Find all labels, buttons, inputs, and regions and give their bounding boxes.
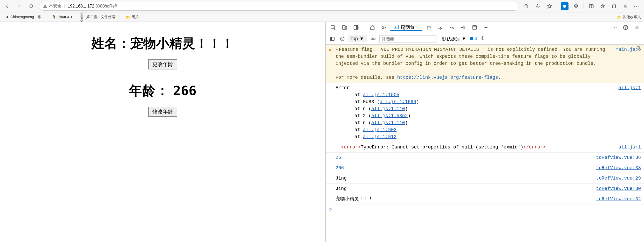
console-error[interactable]: <error>TypeError: Cannot set properties …: [326, 142, 644, 153]
issues-button[interactable]: 4: [469, 36, 477, 41]
penguin-icon: 🐧: [52, 15, 56, 19]
console-log[interactable]: JingtoRefView.vue:30: [326, 184, 644, 194]
stack-link[interactable]: all.js:1:903: [363, 127, 397, 132]
context-label: top: [351, 36, 358, 41]
dock-tab[interactable]: [351, 25, 361, 30]
application-tab[interactable]: [470, 25, 479, 30]
devtools-more-icon[interactable]: ···: [610, 24, 619, 31]
stack-link[interactable]: all.js:1:1505: [363, 92, 399, 97]
bookmark-item[interactable]: ᕒ Chimengmeng - 博...: [3, 14, 45, 20]
svg-point-13: [427, 26, 430, 29]
warning-text: ▸Feature flag __VUE_PROD_HYDRATION_MISMA…: [335, 46, 612, 81]
clear-console-icon[interactable]: [339, 35, 346, 42]
security-indicator[interactable]: 不安全: [43, 3, 61, 9]
source-link[interactable]: toRefView.vue:32: [592, 196, 641, 203]
toggle-sidebar-icon[interactable]: [329, 35, 336, 42]
stack-link[interactable]: all.js:1:110: [371, 106, 405, 111]
devtools-tabs: 控制台 ▲ ···: [326, 22, 644, 33]
console-error[interactable]: Error at all.js:1:1505 at 0d83 (all.js:1…: [326, 83, 644, 142]
console-settings-icon[interactable]: [480, 35, 485, 42]
source-link[interactable]: toRefView.vue:30: [592, 185, 641, 192]
sources-tab[interactable]: [424, 25, 434, 30]
stack-link[interactable]: all.js:1:5852: [371, 113, 408, 118]
performance-tab[interactable]: [447, 25, 457, 30]
app-icon[interactable]: [561, 2, 568, 10]
device-tab[interactable]: [340, 25, 350, 30]
source-link[interactable]: toRefView.vue:36: [592, 154, 641, 161]
svg-rect-0: [45, 5, 45, 7]
console-log[interactable]: 25toRefView.vue:36: [326, 153, 644, 163]
log-text: 266: [335, 165, 592, 172]
expand-icon[interactable]: ▸: [335, 47, 338, 52]
more-tabs[interactable]: [481, 25, 491, 30]
zoom-icon[interactable]: [523, 2, 530, 10]
divider: [0, 76, 325, 76]
stack-line: at all.js:1:903: [335, 126, 614, 133]
source-link[interactable]: all.js:1: [614, 84, 641, 140]
svg-point-14: [440, 29, 441, 29]
security-label: 不安全: [49, 3, 61, 9]
stack-line: at all.js:1:912: [335, 133, 614, 140]
console-log[interactable]: 266toRefView.vue:38: [326, 163, 644, 173]
split-icon[interactable]: [587, 2, 595, 10]
console-tab[interactable]: 控制台 ▲: [390, 24, 422, 31]
source-link[interactable]: all.js:1: [614, 144, 641, 151]
console-log[interactable]: JingtoRefView.vue:29: [326, 173, 644, 184]
reload-button[interactable]: [27, 2, 35, 10]
bookmark-item[interactable]: 🐧 ChatGPT: [50, 14, 74, 20]
network-tab[interactable]: [435, 25, 445, 30]
modify-age-button[interactable]: 修改年龄: [148, 107, 177, 117]
devtools-pane: 控制台 ▲ ··· top ▼: [326, 22, 644, 242]
forward-button[interactable]: [15, 2, 23, 10]
stack-link[interactable]: all.js:1:110: [371, 120, 405, 125]
warning-icon: [43, 4, 47, 9]
extensions-icon[interactable]: [572, 2, 580, 10]
inspect-tab[interactable]: [328, 25, 338, 30]
welcome-tab[interactable]: [367, 25, 377, 30]
error-text: Error at all.js:1:1505 at 0d83 (all.js:1…: [335, 84, 614, 140]
favorite-star-icon[interactable]: [545, 2, 553, 10]
toolbar-right: A» ···: [523, 2, 641, 10]
heart-icon[interactable]: [622, 2, 629, 10]
change-age-button[interactable]: 更改年龄: [148, 59, 177, 69]
close-devtools-icon[interactable]: [632, 25, 642, 30]
stack-link[interactable]: all.js:1:912: [363, 134, 397, 139]
warning-link[interactable]: https://link.vuejs.org/feature-flags: [397, 75, 498, 80]
page-content: 姓名：宠物小精灵！！！ 更改年龄 年龄：266 修改年龄: [0, 35, 325, 117]
read-aloud-icon[interactable]: A»: [534, 2, 542, 10]
source-link[interactable]: toRefView.vue:29: [592, 175, 641, 182]
memory-tab[interactable]: [458, 25, 468, 30]
back-button[interactable]: [3, 2, 11, 10]
context-selector[interactable]: top ▼: [348, 35, 367, 42]
elements-tab[interactable]: [379, 25, 389, 30]
collections-icon[interactable]: [610, 2, 618, 10]
name-heading: 姓名：宠物小精灵！！！: [0, 35, 325, 52]
address-bar[interactable]: 不安全 | 192.168.1.172:8080/toRef/: [39, 2, 519, 11]
svg-point-22: [372, 38, 374, 40]
stack-link[interactable]: all.js:1:1669: [380, 99, 416, 104]
console-messages[interactable]: ▲ ▸Feature flag __VUE_PROD_HYDRATION_MIS…: [326, 45, 644, 242]
svg-rect-12: [394, 25, 399, 29]
svg-rect-16: [473, 25, 477, 29]
log-level-label: 默认级别: [442, 36, 461, 42]
help-icon[interactable]: [621, 25, 631, 30]
console-log[interactable]: 宠物小精灵！！！toRefView.vue:32: [326, 194, 644, 204]
console-toolbar: top ▼ 默认级别 ▼ 4: [326, 33, 644, 45]
bookmark-item[interactable]: 小慧载记 第二篇：文件处理...: [79, 14, 120, 20]
filter-input[interactable]: [379, 35, 436, 42]
bookmark-label: ChatGPT: [57, 15, 72, 19]
console-prompt[interactable]: >: [326, 204, 644, 215]
source-link[interactable]: toRefView.vue:38: [592, 165, 641, 172]
page-pane: 姓名：宠物小精灵！！！ 更改年龄 年龄：266 修改年龄: [0, 22, 326, 242]
favorites-icon[interactable]: [599, 2, 607, 10]
console-warning[interactable]: ▲ ▸Feature flag __VUE_PROD_HYDRATION_MIS…: [326, 45, 644, 83]
log-level-selector[interactable]: 默认级别 ▼: [442, 36, 466, 42]
copy-icon[interactable]: [636, 46, 641, 53]
live-expression-icon[interactable]: [369, 35, 377, 42]
more-icon[interactable]: ···: [633, 2, 641, 10]
error-tagged-text: <error>TypeError: Cannot set properties …: [335, 144, 614, 151]
stack-line: at 2 (all.js:1:5852): [335, 112, 614, 119]
bookmark-item[interactable]: 📁 图片: [124, 14, 140, 20]
other-bookmarks[interactable]: 📁 其他收藏夹: [617, 15, 641, 19]
chevron-down-icon: ▼: [462, 36, 466, 41]
